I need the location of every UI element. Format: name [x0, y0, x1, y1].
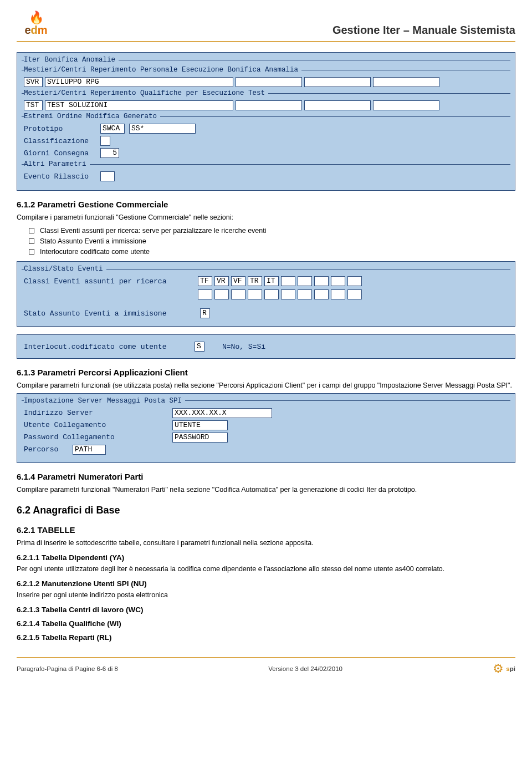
classi-r2-1[interactable] [198, 289, 212, 299]
classificazione-label: Classificazione [24, 137, 96, 145]
heading-6215: 6.2.1.5 Tabella Reparti (RL) [17, 633, 515, 642]
heading-6211: 6.2.1.1 Tabella Dipendenti (YA) [17, 553, 515, 562]
interloc-label: Interlocut.codificato come utente [24, 343, 190, 351]
percorso-label: Percorso [24, 445, 68, 454]
panel-posta-spi: Impostazione Server Messaggi Posta SPI I… [17, 393, 515, 463]
heading-6213: 6.2.1.3 Tabella Centri di lavoro (WC) [17, 606, 515, 614]
estremi-ordine-legend: Estremi Ordine Modifica Generato [24, 113, 160, 120]
classi-v8[interactable] [314, 276, 329, 286]
altri-param-legend: Altri Parametri [24, 160, 90, 168]
utente-colleg-label: Utente Collegamento [24, 421, 168, 429]
prototipo-val2[interactable]: SS* [129, 124, 196, 134]
classi-stato-legend: Classi/Stato Eventi [24, 265, 106, 273]
classi-v1[interactable]: TF [198, 276, 212, 286]
body-614: Compilare parametri funzionali "Numerato… [17, 485, 515, 495]
body-6212: Inserire per ogni utente indirizzo posta… [17, 590, 515, 600]
classi-stato-fieldset: Classi/Stato Eventi Classi Eventi assunt… [22, 265, 510, 321]
body-621: Prima di inserire le sottodescritte tabe… [17, 538, 515, 548]
heading-62: 6.2 Anagrafici di Base [17, 505, 515, 516]
mestieri-test-fieldset: Mestieri/Centri Reperimento Qualifiche p… [22, 89, 510, 113]
heading-621: 6.2.1 TABELLE [17, 525, 515, 535]
test-code-input[interactable]: TST [24, 100, 43, 110]
mestieri-bonifica-legend: Mestieri/Centri Reperimento Personale Es… [24, 66, 301, 74]
test-extra1[interactable] [236, 100, 302, 110]
estremi-ordine-fieldset: Estremi Ordine Modifica Generato Prototi… [22, 113, 510, 160]
test-extra3[interactable] [373, 100, 439, 110]
classi-r2-10[interactable] [347, 289, 362, 299]
bonifica-extra1[interactable] [236, 77, 302, 87]
classificazione-input[interactable] [100, 136, 110, 146]
classi-r2-9[interactable] [331, 289, 345, 299]
posta-spi-fieldset: Impostazione Server Messaggi Posta SPI I… [22, 397, 510, 457]
spi-logo: ⚙ spi [493, 663, 515, 675]
giorni-input[interactable]: 5 [100, 148, 119, 158]
mestieri-bonifica-fieldset: Mestieri/Centri Reperimento Personale Es… [22, 66, 510, 89]
heading-612: 6.1.2 Parametri Gestione Commerciale [17, 200, 515, 209]
classi-ricerca-label: Classi Eventi assunti per ricerca [24, 277, 196, 286]
iter-bonifica-fieldset: Iter Bonifica Anomalie Mestieri/Centri R… [22, 56, 510, 185]
bullet-612-2: Stato Assunto Eventi a immissione [29, 236, 515, 247]
mestieri-test-legend: Mestieri/Centri Reperimento Qualifiche p… [24, 89, 268, 97]
intro-612: Compilare i parametri funzionali "Gestio… [17, 212, 515, 222]
evento-rilascio-label: Evento Rilascio [24, 172, 96, 181]
indirizzo-server-label: Indirizzo Server [24, 409, 168, 417]
classi-r2-2[interactable] [214, 289, 229, 299]
test-desc-input[interactable]: TEST SOLUZIONI [45, 100, 233, 110]
classi-v6[interactable] [281, 276, 295, 286]
classi-v9[interactable] [331, 276, 345, 286]
bonifica-extra3[interactable] [373, 77, 439, 87]
bonifica-extra2[interactable] [304, 77, 371, 87]
utente-colleg-input[interactable]: UTENTE [172, 420, 228, 430]
edm-logo: 🔥 edm [17, 10, 55, 37]
classi-v3[interactable]: VF [231, 276, 245, 286]
percorso-input[interactable]: PATH [73, 445, 106, 455]
indirizzo-server-input[interactable]: XXX.XXX.XX.X [172, 408, 272, 418]
iter-bonifica-legend: Iter Bonifica Anomalie [24, 56, 119, 64]
heading-613: 6.1.3 Parametri Percorsi Applicazioni Cl… [17, 368, 515, 377]
classi-r2-6[interactable] [281, 289, 295, 299]
classi-r2-7[interactable] [298, 289, 312, 299]
heading-6214: 6.2.1.4 Tabella Qualifiche (WI) [17, 619, 515, 628]
classi-r2-3[interactable] [231, 289, 245, 299]
interloc-input[interactable]: S [195, 342, 204, 352]
footer-center: Versione 3 del 24/02/2010 [268, 665, 342, 672]
bullet-612-1: Classi Eventi assunti per ricerca: serve… [29, 226, 515, 236]
body-6211: Per ogni utente utilizzatore degli Iter … [17, 564, 515, 574]
prototipo-label: Prototipo [24, 125, 96, 133]
body-613: Compilare parametri funzionali (se utili… [17, 380, 515, 390]
page-footer: Paragrafo-Pagina di Pagine 6-6 di 8 Vers… [17, 657, 515, 675]
classi-v4[interactable]: TR [248, 276, 262, 286]
bullet-612-3: Interlocutore codificato come utente [29, 247, 515, 257]
flame-icon: 🔥 [29, 12, 44, 24]
classi-r2-5[interactable] [264, 289, 279, 299]
stato-immis-label: Stato Assunto Eventi a immisisone [24, 309, 196, 318]
giorni-label: Giorni Consegna [24, 149, 96, 157]
bonifica-code-input[interactable]: SVR [24, 77, 43, 87]
prototipo-val1[interactable]: SWCA [100, 124, 125, 134]
logo-letter-d: d [31, 24, 38, 36]
logo-letter-m: m [38, 24, 48, 36]
panel-iter-bonifica: Iter Bonifica Anomalie Mestieri/Centri R… [17, 52, 515, 191]
spi-logo-pi: pi [510, 665, 515, 672]
classi-r2-8[interactable] [314, 289, 329, 299]
page-header: 🔥 edm Gestione Iter – Manuale Sistemista [17, 10, 515, 42]
gear-icon: ⚙ [493, 663, 504, 675]
classi-v7[interactable] [298, 276, 312, 286]
classi-r2-4[interactable] [248, 289, 262, 299]
classi-v2[interactable]: VR [214, 276, 229, 286]
footer-left: Paragrafo-Pagina di Pagine 6-6 di 8 [17, 665, 118, 672]
panel-classi-stato: Classi/Stato Eventi Classi Eventi assunt… [17, 261, 515, 327]
classi-v5[interactable]: IT [264, 276, 279, 286]
bullet-list-612: Classi Eventi assunti per ricerca: serve… [17, 226, 515, 257]
password-colleg-input[interactable]: PASSWORD [172, 433, 228, 443]
stato-immis-input[interactable]: R [200, 308, 210, 318]
altri-param-fieldset: Altri Parametri Evento Rilascio [22, 160, 510, 184]
password-colleg-label: Password Collegamento [24, 433, 168, 441]
classi-v10[interactable] [347, 276, 362, 286]
posta-spi-legend: Impostazione Server Messaggi Posta SPI [24, 397, 185, 405]
bonifica-desc-input[interactable]: SVILUPPO RPG [45, 77, 233, 87]
evento-rilascio-input[interactable] [100, 171, 115, 181]
interloc-hint: N=No, S=Sì [222, 343, 265, 351]
test-extra2[interactable] [304, 100, 371, 110]
heading-6212: 6.2.1.2 Manutenzione Utenti SPI (NU) [17, 579, 515, 588]
